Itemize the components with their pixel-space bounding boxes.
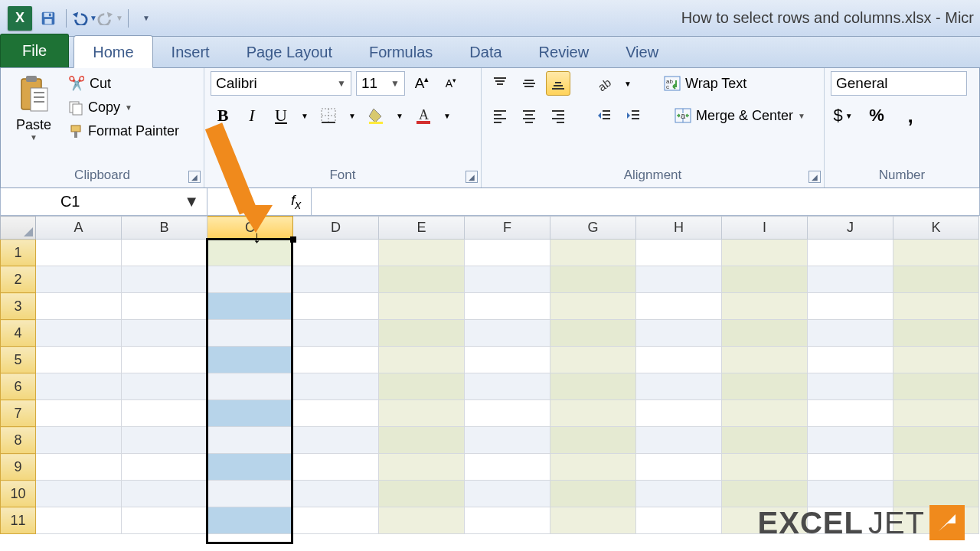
cell[interactable] [465,266,550,293]
cell[interactable] [808,400,893,427]
cell[interactable] [465,454,550,481]
borders-button[interactable] [316,103,341,128]
save-button[interactable] [37,7,60,30]
cell[interactable] [379,454,465,481]
formula-input[interactable] [312,188,979,215]
cell[interactable] [550,427,636,454]
cell[interactable] [122,481,207,507]
row-header-11[interactable]: 11 [1,507,36,534]
column-header-B[interactable]: B [122,217,207,240]
paste-button[interactable]: Paste ▼ [7,71,60,145]
cell[interactable] [122,454,207,481]
row-header-1[interactable]: 1 [1,240,36,266]
cell[interactable] [207,293,293,320]
font-size-combo[interactable]: 11▼ [356,71,405,96]
cell[interactable] [808,266,893,293]
cell[interactable] [207,373,293,400]
cell[interactable] [379,320,465,347]
wrap-text-button[interactable]: abc Wrap Text [659,71,751,96]
cell[interactable] [207,427,293,454]
cell[interactable] [379,507,465,534]
column-header-D[interactable]: D [293,217,379,240]
cell[interactable] [550,481,636,507]
cell[interactable] [36,347,122,373]
row-header-8[interactable]: 8 [1,427,36,454]
row-header-7[interactable]: 7 [1,400,36,427]
tab-review[interactable]: Review [521,36,608,67]
decrease-indent-button[interactable] [592,103,616,128]
orientation-dropdown[interactable]: ▼ [621,71,635,96]
cell[interactable] [36,266,122,293]
cell[interactable] [379,400,465,427]
cell[interactable] [808,320,893,347]
tab-page-layout[interactable]: Page Layout [228,36,351,67]
row-header-2[interactable]: 2 [1,266,36,293]
cell[interactable] [293,347,379,373]
cell[interactable] [550,400,636,427]
align-left-button[interactable] [488,103,512,128]
cell[interactable] [36,481,122,507]
insert-function-button[interactable]: fx [281,188,312,215]
underline-button[interactable]: U [269,103,293,128]
qat-customize-button[interactable]: ▼ [135,7,158,30]
cell[interactable] [379,240,465,266]
tab-formulas[interactable]: Formulas [351,36,451,67]
cell[interactable] [293,373,379,400]
align-top-button[interactable] [488,71,512,96]
row-header-6[interactable]: 6 [1,373,36,400]
cell[interactable] [808,454,893,481]
column-header-G[interactable]: G [550,217,636,240]
accounting-format-button[interactable]: $▼ [831,103,855,128]
cell[interactable] [550,454,636,481]
cell[interactable] [122,266,207,293]
cell[interactable] [36,427,122,454]
cell[interactable] [293,293,379,320]
cell[interactable] [379,293,465,320]
cell[interactable] [207,507,293,534]
cell[interactable] [465,347,550,373]
cell[interactable] [893,427,979,454]
cut-button[interactable]: ✂️ Cut [64,73,184,94]
cell[interactable] [893,347,979,373]
cell[interactable] [636,507,722,534]
cell[interactable] [122,347,207,373]
cell[interactable] [465,240,550,266]
italic-button[interactable]: I [240,103,264,128]
cell[interactable] [122,320,207,347]
copy-button[interactable]: Copy ▼ [64,97,184,118]
row-header-10[interactable]: 10 [1,481,36,507]
cell[interactable] [636,454,722,481]
cell[interactable] [636,400,722,427]
cell[interactable] [893,373,979,400]
cell[interactable] [636,481,722,507]
cell[interactable] [636,266,722,293]
cell[interactable] [465,320,550,347]
select-all-corner[interactable] [1,217,36,240]
cell[interactable] [893,266,979,293]
column-header-I[interactable]: I [722,217,808,240]
cell[interactable] [465,427,550,454]
font-color-button[interactable]: A [411,103,436,128]
fill-color-button[interactable] [364,103,388,128]
row-header-3[interactable]: 3 [1,293,36,320]
selection-handle[interactable] [290,236,296,243]
cell[interactable] [636,347,722,373]
column-header-E[interactable]: E [379,217,465,240]
cell[interactable] [207,320,293,347]
cell[interactable] [379,427,465,454]
cell[interactable] [293,454,379,481]
decrease-font-button[interactable]: A▾ [439,71,463,96]
redo-button[interactable]: ▼ [99,7,122,30]
font-launcher[interactable]: ◢ [466,171,478,183]
cell[interactable] [465,293,550,320]
tab-view[interactable]: View [607,36,677,67]
underline-dropdown[interactable]: ▼ [298,103,312,128]
tab-insert[interactable]: Insert [153,36,228,67]
cell[interactable] [636,240,722,266]
cell[interactable] [36,507,122,534]
cell[interactable] [293,240,379,266]
borders-dropdown[interactable]: ▼ [345,103,359,128]
cell[interactable] [722,240,808,266]
align-center-button[interactable] [517,103,541,128]
cell[interactable] [550,240,636,266]
